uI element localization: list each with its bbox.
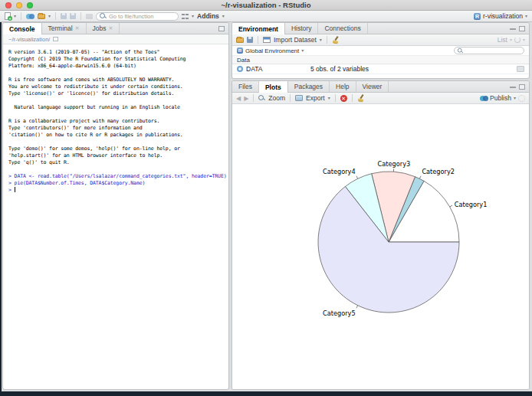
toolbar-separator bbox=[80, 12, 81, 20]
close-icon[interactable]: ✕ bbox=[109, 25, 113, 31]
export-plot-button[interactable]: Export bbox=[306, 94, 325, 102]
pie-chart: Category1Category2Category3Category4Cate… bbox=[232, 104, 530, 390]
pie-label-tick bbox=[356, 306, 358, 309]
tab-packages[interactable]: Packages bbox=[288, 81, 330, 92]
save-workspace-icon[interactable] bbox=[247, 37, 253, 43]
toolbar-separator bbox=[290, 94, 291, 102]
search-icon bbox=[458, 47, 463, 53]
new-file-button[interactable]: + bbox=[5, 12, 11, 20]
title-bar: ~/r-visualization - RStudio bbox=[0, 0, 532, 11]
minimize-pane-icon[interactable] bbox=[510, 86, 516, 88]
tab-history[interactable]: History bbox=[285, 23, 318, 34]
clear-objects-broom-icon[interactable] bbox=[332, 36, 340, 44]
tab-files[interactable]: Files bbox=[232, 81, 259, 92]
main-toolbar: + ▾ ▾ Go to file/function ▾ Addins ▾ R r… bbox=[0, 11, 532, 22]
working-directory: ~/r-visualization/ bbox=[8, 36, 50, 43]
console-pane: Console Terminal✕ Jobs✕ ~/r-visualizatio… bbox=[2, 22, 229, 390]
tab-help[interactable]: Help bbox=[330, 81, 356, 92]
project-name: r-visualization bbox=[483, 12, 523, 20]
import-dataset-caret[interactable]: ▾ bbox=[320, 38, 322, 42]
new-file-dropdown-caret[interactable]: ▾ bbox=[14, 14, 16, 18]
console-output[interactable]: R version 3.6.1 (2019-07-05) -- "Action … bbox=[3, 44, 228, 198]
data-object-icon bbox=[237, 66, 243, 72]
maximize-pane-icon[interactable] bbox=[218, 26, 225, 31]
scope-caret[interactable]: ▾ bbox=[301, 48, 304, 53]
toolbar-separator bbox=[352, 94, 353, 102]
open-in-window-icon[interactable] bbox=[53, 37, 58, 41]
publish-button[interactable]: Publish bbox=[490, 94, 511, 102]
save-all-button bbox=[70, 13, 76, 19]
environment-scope-row: R Global Environment ▾ bbox=[232, 46, 529, 56]
publish-caret[interactable]: ▾ bbox=[514, 96, 516, 100]
object-name: DATA bbox=[246, 65, 262, 73]
import-dataset-button[interactable]: Import Dataset bbox=[274, 36, 317, 44]
environment-scope-select[interactable]: Global Environment bbox=[245, 47, 299, 54]
load-workspace-icon[interactable] bbox=[236, 38, 244, 43]
print-button bbox=[86, 14, 93, 19]
publish-icon bbox=[480, 95, 488, 102]
open-file-button[interactable] bbox=[38, 14, 45, 19]
remove-plot-icon[interactable]: ✕ bbox=[340, 95, 347, 102]
save-file-button bbox=[61, 13, 67, 19]
list-view-caret[interactable]: ▾ bbox=[510, 38, 512, 42]
goto-file-function-input[interactable]: Go to file/function bbox=[96, 12, 179, 21]
tab-console[interactable]: Console bbox=[3, 23, 42, 34]
tab-environment[interactable]: Environment bbox=[232, 23, 285, 34]
toolbar-separator bbox=[327, 36, 327, 44]
maximize-pane-icon[interactable] bbox=[519, 26, 525, 31]
pie-label-tick bbox=[356, 176, 358, 179]
environment-pane: Environment History Connections Import D… bbox=[232, 22, 530, 79]
tab-terminal[interactable]: Terminal✕ bbox=[42, 23, 87, 34]
window-controls bbox=[5, 2, 33, 8]
console-tabbar: Console Terminal✕ Jobs✕ bbox=[3, 23, 228, 34]
clear-all-plots-broom-icon[interactable] bbox=[357, 94, 365, 102]
toolbar-separator bbox=[335, 94, 336, 102]
pane-layout-icon[interactable] bbox=[182, 13, 189, 20]
close-icon[interactable]: ✕ bbox=[75, 25, 80, 31]
project-switcher[interactable]: R r-visualization ▾ bbox=[474, 12, 527, 20]
new-project-icon[interactable] bbox=[26, 13, 34, 20]
zoom-plot-icon[interactable] bbox=[258, 95, 265, 102]
list-view-button[interactable]: List bbox=[498, 36, 507, 44]
tab-jobs[interactable]: Jobs✕ bbox=[87, 23, 120, 34]
pie-label-category2: Category2 bbox=[422, 168, 455, 175]
minimize-window-button[interactable] bbox=[16, 2, 22, 8]
zoom-plot-button[interactable]: Zoom bbox=[268, 94, 285, 102]
tab-viewer[interactable]: Viewer bbox=[356, 81, 389, 92]
view-table-icon[interactable] bbox=[517, 66, 524, 72]
export-caret[interactable]: ▾ bbox=[328, 96, 330, 100]
pie-label-category1: Category1 bbox=[455, 201, 488, 208]
zoom-window-button[interactable] bbox=[27, 2, 33, 8]
toolbar-separator bbox=[21, 12, 21, 20]
tab-plots[interactable]: Plots bbox=[259, 81, 288, 93]
previous-plot-icon: ◀ bbox=[236, 95, 241, 102]
refresh-icon[interactable] bbox=[514, 37, 521, 43]
minimize-pane-icon[interactable] bbox=[510, 28, 516, 30]
plot-area: Category1Category2Category3Category4Cate… bbox=[232, 104, 529, 390]
environment-search-input[interactable] bbox=[454, 47, 524, 54]
desktop-edge-left bbox=[0, 22, 2, 396]
plots-pane: Files Plots Packages Help Viewer ◀ ▶ Zoo… bbox=[232, 80, 530, 390]
recent-files-caret[interactable]: ▾ bbox=[48, 14, 51, 18]
close-window-button[interactable] bbox=[5, 2, 11, 8]
global-env-icon: R bbox=[237, 47, 243, 54]
project-caret: ▾ bbox=[525, 14, 527, 18]
desktop-edge-bottom bbox=[0, 391, 532, 396]
data-section-header: Data bbox=[232, 56, 529, 64]
object-summary: 5 obs. of 2 variables bbox=[310, 65, 369, 73]
refresh-caret[interactable]: ▾ bbox=[523, 38, 525, 42]
addins-menu[interactable]: Addins bbox=[197, 12, 219, 20]
pane-layout-caret[interactable]: ▾ bbox=[192, 14, 194, 18]
toolbar-separator bbox=[55, 12, 56, 20]
r-project-icon: R bbox=[474, 13, 481, 20]
maximize-pane-icon[interactable] bbox=[519, 84, 525, 90]
pie-label-tick bbox=[450, 205, 452, 207]
import-dataset-icon bbox=[263, 37, 271, 43]
tab-connections[interactable]: Connections bbox=[318, 23, 367, 34]
environment-toolbar: Import Dataset ▾ List ▾ ▾ bbox=[232, 34, 529, 46]
environment-object-row[interactable]: DATA 5 obs. of 2 variables bbox=[232, 64, 529, 74]
toolbar-separator bbox=[253, 94, 254, 102]
pie-label-tick bbox=[419, 176, 421, 179]
gear-icon bbox=[518, 95, 525, 102]
addins-caret[interactable]: ▾ bbox=[222, 14, 225, 18]
